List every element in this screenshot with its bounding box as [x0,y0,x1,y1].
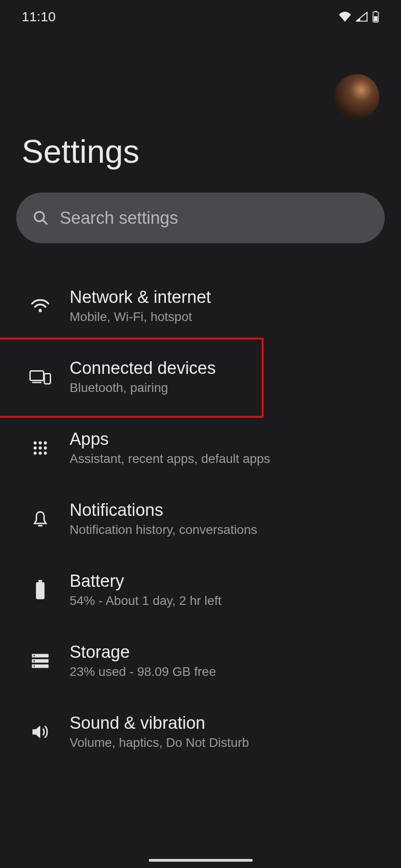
svg-point-13 [39,446,42,449]
svg-rect-2 [374,16,377,21]
gesture-bar[interactable] [149,859,253,862]
volume-icon [27,719,53,745]
battery-icon [372,11,379,23]
item-subtitle: Volume, haptics, Do Not Disturb [70,736,249,750]
settings-item-storage[interactable]: Storage 23% used - 98.09 GB free [0,625,401,696]
svg-point-12 [33,446,37,449]
status-time: 11:10 [22,9,56,24]
item-subtitle: Bluetooth, pairing [70,381,216,395]
search-icon [33,210,49,226]
status-bar: 11:10 [0,0,401,29]
svg-rect-1 [375,11,377,12]
profile-avatar[interactable] [334,74,379,119]
svg-rect-20 [38,580,42,582]
item-title: Battery [70,571,222,591]
item-title: Network & internet [70,288,211,307]
item-subtitle: Assistant, recent apps, default apps [70,452,270,466]
item-subtitle: Notification history, conversations [70,523,257,537]
settings-item-network[interactable]: Network & internet Mobile, Wi-Fi, hotspo… [0,270,401,341]
battery-icon [27,577,53,603]
settings-item-notifications[interactable]: Notifications Notification history, conv… [0,483,401,554]
status-icons [339,11,379,23]
svg-line-4 [43,220,47,224]
svg-point-15 [33,451,37,454]
item-subtitle: Mobile, Wi-Fi, hotspot [70,310,211,324]
storage-icon [27,648,53,674]
bell-icon [27,506,53,532]
svg-point-5 [38,309,42,312]
apps-grid-icon [27,435,53,461]
settings-item-sound[interactable]: Sound & vibration Volume, haptics, Do No… [0,696,401,767]
svg-rect-7 [44,373,51,384]
search-placeholder: Search settings [60,208,178,228]
item-title: Sound & vibration [70,713,249,733]
search-input[interactable]: Search settings [16,193,385,243]
page-title: Settings [0,119,401,193]
item-title: Storage [70,642,216,662]
settings-list: Network & internet Mobile, Wi-Fi, hotspo… [0,270,401,767]
devices-icon [27,364,53,390]
cellular-icon [356,12,368,22]
svg-point-17 [44,451,47,454]
svg-point-9 [33,441,37,444]
wifi-icon [339,12,351,22]
item-subtitle: 54% - About 1 day, 2 hr left [70,594,222,608]
item-subtitle: 23% used - 98.09 GB free [70,665,216,679]
svg-point-14 [44,446,47,449]
svg-point-24 [33,655,35,656]
svg-point-26 [33,665,35,666]
svg-point-10 [39,441,42,444]
svg-rect-19 [36,582,45,599]
item-title: Connected devices [70,359,216,378]
svg-point-25 [33,660,35,661]
settings-item-connected-devices[interactable]: Connected devices Bluetooth, pairing [0,341,401,412]
settings-item-apps[interactable]: Apps Assistant, recent apps, default app… [0,412,401,483]
svg-rect-6 [30,371,44,380]
item-title: Notifications [70,500,257,520]
settings-item-battery[interactable]: Battery 54% - About 1 day, 2 hr left [0,554,401,625]
wifi-icon [27,293,53,319]
svg-point-16 [39,451,42,454]
svg-point-11 [44,441,47,444]
item-title: Apps [70,429,270,449]
